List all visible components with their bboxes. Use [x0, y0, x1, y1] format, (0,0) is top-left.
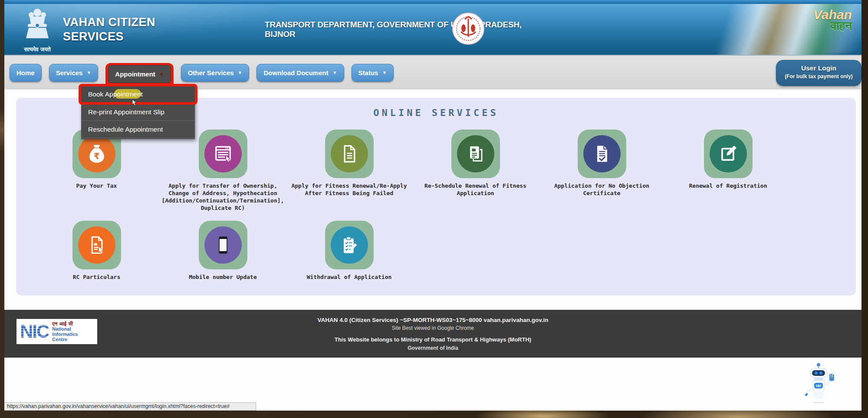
service-label: Re-Schedule Renewal of Fitness Applicati… — [414, 182, 538, 197]
menu-item-book-appointment[interactable]: Book Appointment — [81, 85, 195, 103]
service-card-pay-your-tax[interactable]: ₹ Pay Your Tax — [33, 129, 160, 221]
service-tile — [199, 221, 247, 269]
document-cursor-icon — [78, 226, 115, 264]
brand-block: सत्यमेव जयते VAHAN CITIZEN SERVICES — [20, 7, 155, 53]
browser-page: सत्यमेव जयते VAHAN CITIZEN SERVICES TRAN… — [4, 0, 861, 411]
nic-logo-abbr: NIC — [20, 321, 49, 342]
chevron-down-icon: ▼ — [86, 70, 91, 75]
department-title: TRANSPORT DEPARTMENT, GOVERNMENT OF UTTA… — [265, 20, 547, 39]
menu-item-reschedule-appointment[interactable]: Reschedule Appointment — [81, 121, 195, 138]
nic-logo-text: एन आई सी National Informatics Centre — [52, 321, 78, 342]
service-card-fitness-renewal[interactable]: Apply for Fitness Renewal/Re-Apply After… — [286, 129, 412, 221]
main-navbar: Home Services▼ Appointment▼ Other Servic… — [4, 56, 861, 90]
nav-item-appointment[interactable]: Appointment▼ — [108, 65, 171, 83]
footer-browser-line: Site Best viewed in Google Chrome — [4, 325, 861, 331]
nav-item-download-document[interactable]: Download Document▼ — [256, 64, 344, 82]
service-card-no-objection-certificate[interactable]: Application for No Objection Certificate — [539, 129, 665, 221]
chatbot-badge-text: Hi! — [816, 384, 821, 388]
chatbot-launcher[interactable]: Hi! — [801, 362, 836, 406]
top-accent-strip — [4, 0, 861, 4]
service-label: RC Particulars — [73, 273, 121, 281]
chevron-down-icon: ▼ — [238, 70, 243, 75]
emblem-motto: सत्यमेव जयते — [20, 46, 55, 53]
service-card-reschedule-fitness-renewal[interactable]: Re-Schedule Renewal of Fitness Applicati… — [412, 129, 539, 221]
footer-text-block: VAHAN 4.0 (Citizen Services) ~SP-MORTH-W… — [4, 310, 861, 351]
menu-item-reprint-appointment-slip[interactable]: Re-print Appointment Slip — [81, 103, 195, 121]
chevron-down-icon: ▼ — [382, 70, 387, 75]
service-label: Renewal of Registration — [689, 182, 767, 189]
mouse-cursor-icon — [132, 95, 138, 113]
site-footer: NIC एन आई सी National Informatics Centre… — [4, 310, 861, 358]
service-label: Application for No Objection Certificate — [540, 182, 664, 197]
chevron-down-icon: ▼ — [332, 70, 337, 75]
service-label: Mobile number Update — [189, 273, 257, 281]
service-tile — [451, 129, 500, 178]
nav-item-home[interactable]: Home — [10, 64, 42, 82]
service-label: Apply for Transfer of Ownership, Change … — [161, 182, 285, 212]
service-tile — [72, 221, 121, 269]
service-card-mobile-number-update[interactable]: Mobile number Update — [160, 221, 286, 312]
service-tile — [325, 129, 374, 178]
document-check-icon — [583, 135, 621, 173]
chevron-down-icon: ▼ — [159, 72, 164, 77]
browser-status-bar: https://vahan.parivahan.gov.in/vahanserv… — [4, 402, 256, 411]
document-icon — [331, 135, 368, 173]
footer-goi-line: Government of India — [4, 345, 861, 351]
service-label: Pay Your Tax — [76, 182, 117, 189]
form-window-pointer-icon — [204, 135, 242, 173]
site-header: सत्यमेव जयते VAHAN CITIZEN SERVICES TRAN… — [4, 4, 861, 56]
service-label: Withdrawal of Application — [307, 273, 392, 281]
service-card-withdrawal-of-application[interactable]: Withdrawal of Application — [286, 221, 412, 312]
clipboard-checklist-icon — [331, 226, 368, 264]
service-tile — [704, 129, 753, 178]
service-tile — [578, 129, 626, 178]
edit-square-icon — [710, 135, 747, 173]
nav-item-services[interactable]: Services▼ — [49, 64, 99, 82]
services-grid: ₹ Pay Your Tax — [16, 129, 856, 312]
annotation-box-appointment: Appointment▼ — [105, 63, 173, 88]
department-title-wrap: TRANSPORT DEPARTMENT, GOVERNMENT OF UTTA… — [265, 4, 547, 55]
ashoka-emblem-icon: सत्यमेव जयते — [20, 7, 55, 53]
documents-copy-icon — [457, 135, 494, 173]
service-tile — [199, 129, 247, 178]
nic-logo: NIC एन आई सी National Informatics Centre — [16, 319, 97, 344]
up-government-seal-icon — [451, 12, 485, 47]
status-url-text: https://vahan.parivahan.gov.in/vahanserv… — [7, 403, 230, 409]
footer-version-line: VAHAN 4.0 (Citizen Services) ~SP-MORTH-W… — [4, 317, 861, 323]
nav-item-status[interactable]: Status▼ — [352, 64, 394, 82]
svg-text:₹: ₹ — [94, 151, 100, 161]
footer-morth-line: This Website belongs to Ministry of Road… — [4, 336, 861, 343]
appointment-dropdown-menu: Book Appointment Re-print Appointment Sl… — [81, 85, 195, 139]
nav-item-other-services[interactable]: Other Services▼ — [181, 64, 250, 82]
user-login-button[interactable]: User Login (For bulk tax payment only) — [776, 60, 861, 86]
site-title: VAHAN CITIZEN SERVICES — [63, 15, 155, 44]
smartphone-icon — [204, 226, 242, 264]
money-bag-rupee-icon: ₹ — [78, 135, 115, 173]
service-card-renewal-of-registration[interactable]: Renewal of Registration — [665, 129, 791, 221]
service-card-rc-particulars[interactable]: RC Particulars — [33, 221, 160, 312]
vahan-logo: Vahan वाहन — [813, 8, 852, 33]
service-label: Apply for Fitness Renewal/Re-Apply After… — [287, 182, 411, 197]
service-card-transfer-of-ownership[interactable]: Apply for Transfer of Ownership, Change … — [160, 129, 286, 221]
service-tile — [325, 221, 374, 269]
